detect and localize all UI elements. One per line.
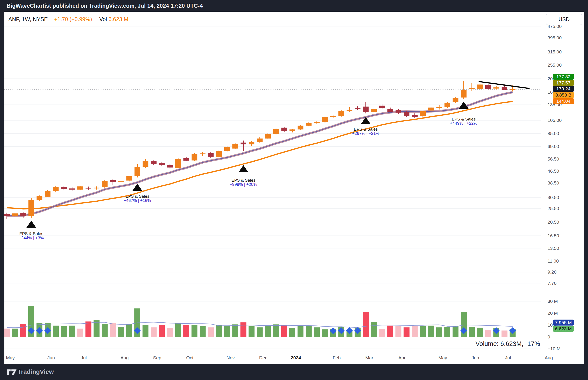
tradingview-logo-icon[interactable] [7, 369, 17, 376]
svg-text:May: May [6, 355, 15, 360]
chart-card: EPS & Sales+244% | +3%EPS & Sales+467% |… [4, 12, 584, 364]
svg-text:Feb: Feb [333, 355, 341, 360]
svg-text:56.50: 56.50 [548, 156, 559, 161]
svg-text:2024: 2024 [291, 355, 301, 360]
svg-text:Jun: Jun [47, 355, 55, 360]
symbol-title[interactable]: ANF, 1W, NYSE [8, 16, 48, 22]
svg-text:Dec: Dec [259, 355, 267, 360]
volume-label: Vol [99, 16, 107, 22]
svg-text:Oct: Oct [186, 355, 193, 360]
svg-text:+449% | +22%: +449% | +22% [450, 121, 477, 126]
svg-text:0: 0 [548, 334, 550, 339]
svg-text:20 M: 20 M [548, 310, 558, 316]
svg-text:+244% | +3%: +244% | +3% [19, 235, 44, 240]
svg-text:Sep: Sep [153, 355, 161, 360]
price-chart-canvas[interactable]: EPS & Sales+244% | +3%EPS & Sales+467% |… [4, 12, 584, 364]
svg-text:Jun: Jun [472, 355, 479, 360]
svg-text:Aug: Aug [545, 355, 553, 360]
svg-text:69.00: 69.00 [548, 144, 559, 149]
currency-toggle-button[interactable]: USD [546, 14, 582, 25]
svg-text:Jul: Jul [81, 355, 87, 360]
tradingview-published-chart: { "topbar": { "published_line": "BigWave… [0, 0, 588, 380]
tradingview-brand-text[interactable]: TradingView [18, 368, 54, 375]
svg-text:May: May [438, 355, 447, 360]
price-change-value: +1.70 (+0.99%) [54, 16, 92, 22]
svg-text:8.853 B: 8.853 B [555, 92, 571, 97]
svg-text:315.00: 315.00 [548, 49, 562, 54]
svg-text:6.623 M: 6.623 M [555, 326, 572, 331]
svg-text:85.00: 85.00 [548, 131, 559, 136]
svg-text:−10 M: −10 M [548, 346, 561, 351]
svg-text:+999% | +20%: +999% | +20% [230, 182, 257, 187]
svg-text:Jul: Jul [505, 355, 511, 360]
svg-text:9.20: 9.20 [548, 269, 557, 274]
svg-text:11.00: 11.00 [548, 258, 559, 264]
svg-text:Apr: Apr [398, 355, 405, 360]
svg-text:173.24: 173.24 [556, 86, 571, 91]
svg-text:395.00: 395.00 [548, 35, 562, 40]
currency-toggle-label: USD [559, 16, 570, 22]
svg-text:38.50: 38.50 [548, 180, 559, 185]
svg-text:7.70: 7.70 [548, 281, 557, 286]
svg-text:20.50: 20.50 [548, 219, 559, 225]
svg-text:Nov: Nov [227, 355, 235, 360]
svg-text:30 M: 30 M [548, 299, 558, 304]
svg-text:EPS & Sales: EPS & Sales [452, 117, 476, 121]
svg-text:144.04: 144.04 [556, 98, 571, 104]
svg-text:Aug: Aug [120, 355, 129, 360]
svg-text:13.50: 13.50 [548, 246, 559, 251]
svg-text:46.50: 46.50 [548, 169, 559, 173]
publish-header-text: BigWaveChartist published on TradingView… [7, 3, 203, 9]
publish-header-bar: BigWaveChartist published on TradingView… [0, 0, 588, 12]
svg-text:EPS & Sales: EPS & Sales [354, 127, 378, 132]
chart-legend[interactable]: ANF, 1W, NYSE +1.70 (+0.99%) Vol 6.623 M [8, 16, 128, 22]
svg-text:EPS & Sales: EPS & Sales [125, 194, 149, 199]
svg-text:25.50: 25.50 [548, 206, 559, 211]
svg-text:+267% | +21%: +267% | +21% [352, 131, 379, 136]
svg-text:EPS & Sales: EPS & Sales [19, 231, 43, 236]
volume-value: 6.623 M [108, 16, 128, 22]
svg-text:Mar: Mar [365, 355, 373, 360]
svg-text:7.955 M: 7.955 M [555, 320, 572, 325]
svg-text:+467% | +16%: +467% | +16% [124, 198, 151, 203]
svg-text:16.50: 16.50 [548, 233, 559, 238]
footer-bar: TradingView [0, 364, 588, 380]
svg-text:105.00: 105.00 [548, 118, 562, 123]
svg-text:30.50: 30.50 [548, 195, 559, 200]
svg-text:177.82: 177.82 [556, 74, 570, 79]
svg-text:EPS & Sales: EPS & Sales [231, 178, 256, 183]
svg-text:177.57: 177.57 [556, 80, 570, 85]
volume-status-readout: Volume: 6.623M, -17% [476, 340, 540, 347]
svg-text:255.00: 255.00 [548, 62, 562, 68]
